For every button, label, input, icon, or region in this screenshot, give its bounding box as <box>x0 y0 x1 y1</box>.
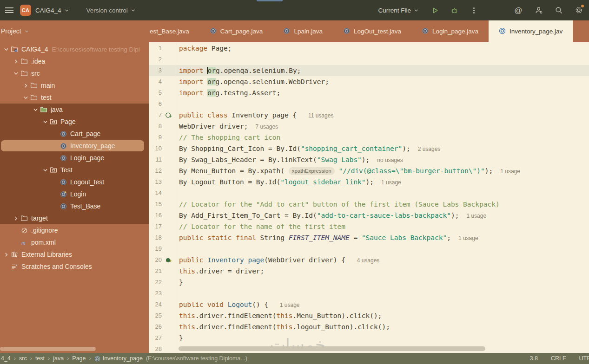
tree-item-label: .idea <box>31 58 45 65</box>
tree-item-login-page[interactable]: Login_page <box>0 152 149 164</box>
breadcrumb-page[interactable]: Page <box>72 355 86 362</box>
folder-icon <box>20 70 28 77</box>
token: "//div(@class=\"bm-burger-button\")" <box>338 167 484 175</box>
project-widget[interactable]: CAIG4_4 <box>31 7 69 14</box>
tree-item-label: Page <box>60 118 76 125</box>
tree-item-page[interactable]: Page <box>0 116 149 128</box>
usages-hint[interactable]: 1 usage <box>458 235 478 241</box>
line-number: 3 <box>149 65 163 76</box>
usages-hint[interactable]: 1 usage <box>466 213 486 219</box>
debug-icon[interactable] <box>450 6 459 15</box>
tab-est-base-java[interactable]: est_Base.java <box>149 20 199 42</box>
token: By Swag_Labs_Header = By.linkText( <box>179 156 317 163</box>
search-icon[interactable] <box>554 6 563 15</box>
tab-cart-page-java[interactable]: Cart_page.java <box>199 20 273 42</box>
tab-logout-test-java[interactable]: LogOut_test.java <box>333 20 411 42</box>
tree-item-scratches-and-consoles[interactable]: Scratches and Consoles <box>0 260 149 273</box>
breadcrumb-java[interactable]: java <box>53 355 64 362</box>
code-line-11: 11 By Swag_Labs_Header = By.linkText("Sw… <box>149 154 589 165</box>
chevron-expanded-icon[interactable] <box>21 94 30 101</box>
chevron-expanded-icon[interactable] <box>2 46 10 53</box>
chevron-collapsed-icon[interactable] <box>12 58 20 65</box>
token: } <box>179 279 183 286</box>
usages-hint[interactable]: 1 usage <box>280 302 300 308</box>
ai-assistant-icon[interactable]: @ <box>514 6 523 15</box>
main-menu-icon[interactable] <box>5 7 13 13</box>
override-gutter-icon[interactable] <box>163 254 175 266</box>
chevron-expanded-icon[interactable] <box>41 118 49 125</box>
class-impl-gutter-icon[interactable] <box>163 110 175 121</box>
chevron-down-icon <box>131 8 136 13</box>
chevron-collapsed-icon[interactable] <box>2 251 10 258</box>
chevron-spacer <box>51 142 59 150</box>
chevron-collapsed-icon[interactable] <box>21 82 30 89</box>
usages-hint[interactable]: 2 usages <box>418 146 441 152</box>
settings-gear-icon[interactable] <box>574 6 583 15</box>
breadcrumb-separator: › <box>67 355 69 362</box>
code-editor[interactable]: 1package Page;23import org.openqa.seleni… <box>149 42 589 353</box>
token: this <box>179 323 195 331</box>
usages-hint[interactable]: 4 usages <box>357 257 380 264</box>
code-line-26: 26 this.driver.findElement(this.logout_B… <box>149 321 589 332</box>
tree-item-src[interactable]: src <box>0 67 149 79</box>
usages-hint[interactable]: 11 usages <box>308 112 334 119</box>
tree-item-java[interactable]: java <box>0 104 149 116</box>
tree-item-test[interactable]: test <box>0 91 149 104</box>
chevron-expanded-icon[interactable] <box>41 166 49 174</box>
tree-item--gitignore[interactable]: .gitignore <box>0 224 149 236</box>
tree-item-inventory-page[interactable]: Inventory_page <box>0 140 149 152</box>
panel-horizontal-scrollbar[interactable] <box>0 347 96 351</box>
tree-item-target[interactable]: target <box>0 212 149 224</box>
token: .driver.findElement( <box>195 312 277 319</box>
tree-item-login[interactable]: Login <box>0 188 149 200</box>
tree-item--idea[interactable]: .idea <box>0 55 149 67</box>
code-style-indent-widget[interactable]: 3.8 <box>530 355 538 362</box>
usages-hint[interactable]: 1 usage <box>500 168 520 175</box>
code-line-6: 6 <box>149 98 589 110</box>
class-icon <box>59 130 67 137</box>
tree-item-test[interactable]: Test <box>0 164 149 176</box>
breadcrumb-class[interactable]: Inventory_page <box>103 355 143 362</box>
tree-item-cart-page[interactable]: Cart_page <box>0 128 149 140</box>
project-panel-header[interactable]: Project <box>0 20 149 42</box>
tree-item-caig4-4[interactable]: CAIG4_4E:\courses\software testing Dipl <box>0 43 149 55</box>
line-separator-widget[interactable]: CRLF <box>551 355 566 362</box>
profile-icon[interactable] <box>534 6 543 15</box>
tab-inventory-page-jav[interactable]: Inventory_page.jav <box>489 20 573 42</box>
breadcrumb-test[interactable]: test <box>35 355 45 362</box>
code-line-14: 14 <box>149 188 589 199</box>
tree-item-pom-xml[interactable]: mpom.xml <box>0 236 149 248</box>
code-text: By Add_First_Item_To_Cart = By.Id("add-t… <box>175 210 589 221</box>
breadcrumb-4-4[interactable]: 4_4 <box>1 355 11 362</box>
editor-horizontal-scrollbar[interactable] <box>179 346 485 351</box>
token: By Menu_Button = By.xpath( <box>179 167 289 175</box>
usages-hint[interactable]: 1 usage <box>381 179 401 186</box>
gutter <box>163 43 175 54</box>
breadcrumb-src[interactable]: src <box>19 355 27 362</box>
code-line-19: 19 <box>149 243 589 254</box>
chevron-collapsed-icon[interactable] <box>12 214 20 222</box>
vcs-widget[interactable]: Version control <box>82 7 136 14</box>
code-text: public Inventory_page(WebDriver driver) … <box>175 254 589 266</box>
usages-hint[interactable]: no usages <box>377 157 403 163</box>
usages-hint[interactable]: 7 usages <box>255 124 278 130</box>
inline-parameter-hint: xpathExpression <box>289 167 335 175</box>
more-options-icon[interactable] <box>469 6 478 15</box>
tree-item-logout-test[interactable]: Logout_test <box>0 176 149 188</box>
tree-item-external-libraries[interactable]: External Libraries <box>0 248 149 260</box>
tree-item-test-base[interactable]: Test_Base <box>0 200 149 212</box>
run-icon[interactable] <box>430 6 439 15</box>
chevron-expanded-icon[interactable] <box>12 70 20 77</box>
encoding-widget[interactable]: UTF-8 <box>579 355 589 362</box>
token: "Sauce Labs Backpack" <box>362 234 447 241</box>
tab-lpain-java[interactable]: Lpain.java <box>273 20 333 42</box>
tab-login-page-java[interactable]: Login_page.java <box>411 20 489 42</box>
line-number: 21 <box>149 266 163 277</box>
run-configuration-widget[interactable]: Current File <box>374 7 419 14</box>
code-text: // Locator for the "Add to cart" button … <box>175 199 589 210</box>
chevron-expanded-icon[interactable] <box>31 106 40 113</box>
token: this <box>277 312 293 319</box>
tree-item-main[interactable]: main <box>0 79 149 91</box>
chevron-spacer <box>12 227 20 234</box>
project-badge[interactable]: CA <box>20 5 31 16</box>
